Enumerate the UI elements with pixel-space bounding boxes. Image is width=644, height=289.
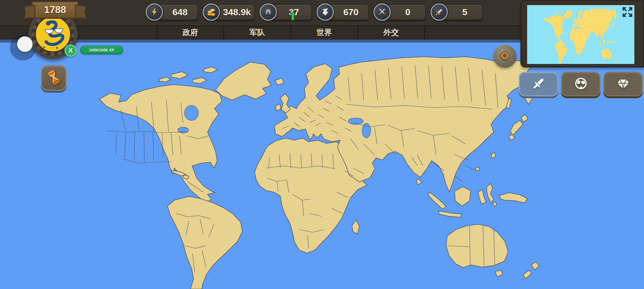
- action-button-row: [519, 72, 643, 96]
- continents: [99, 57, 539, 289]
- year-label: 1788: [44, 4, 66, 16]
- premium-mode-button[interactable]: [603, 72, 643, 96]
- minimap-world: [527, 5, 634, 64]
- resource-swords[interactable]: 5: [431, 3, 483, 21]
- crossed-swords-icon: [374, 3, 391, 21]
- sword-icon: [531, 76, 546, 92]
- minimap[interactable]: [527, 5, 634, 64]
- minimap-frame: [520, 1, 644, 67]
- expand-arrows-icon[interactable]: [622, 6, 633, 18]
- joystick-knob[interactable]: [17, 36, 33, 52]
- resource-banners[interactable]: 670: [317, 3, 369, 21]
- resource-energy[interactable]: 648: [146, 3, 198, 21]
- military-mode-button[interactable]: [519, 72, 558, 96]
- hourglass-button[interactable]: [41, 65, 67, 91]
- hourglass-icon: [47, 70, 61, 86]
- globe-icon: [573, 76, 589, 92]
- tab-diplomacy[interactable]: 外交: [357, 25, 425, 40]
- energy-bolt-icon: [146, 3, 163, 21]
- helmet-icon: [260, 3, 277, 21]
- diamond-icon: [615, 76, 631, 92]
- gold-coins-icon: [203, 3, 220, 21]
- resource-money[interactable]: 348.9k: [203, 3, 255, 21]
- tab-world[interactable]: 世界: [290, 25, 357, 40]
- resource-bar: 648 348.9k 37: [146, 3, 483, 21]
- xp-label: 100k/100k XP: [89, 48, 114, 52]
- nav-tabs: 政府 军队 世界 外交: [156, 25, 425, 40]
- year-banner: 1788: [32, 1, 79, 19]
- resource-battles[interactable]: 0: [374, 3, 426, 21]
- world-mode-button[interactable]: [561, 72, 600, 96]
- banner-icon: [317, 3, 334, 21]
- tab-army[interactable]: 军队: [223, 25, 290, 40]
- xp-bar: 100k/100k XP: [80, 46, 123, 54]
- level-badge: X: [64, 44, 77, 57]
- settings-button[interactable]: [493, 45, 516, 68]
- level-badge-label: X: [68, 47, 73, 54]
- resource-helmets[interactable]: 37: [260, 3, 312, 21]
- game-screen: 政府 军队 世界 外交 648 348.9k: [0, 0, 644, 289]
- income-up-arrow: [290, 12, 296, 24]
- sword-icon: [431, 3, 448, 21]
- gear-icon: [499, 50, 511, 63]
- tab-government[interactable]: 政府: [156, 25, 223, 40]
